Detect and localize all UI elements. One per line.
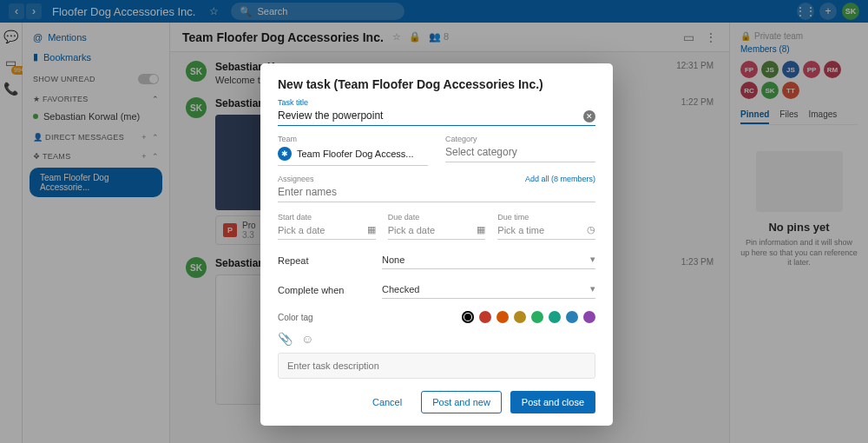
- clock-icon: ◷: [587, 224, 595, 235]
- task-title-input[interactable]: [278, 107, 595, 126]
- modal-title: New task (Team Floofer Dog Accessories I…: [278, 77, 595, 91]
- color-swatch[interactable]: [462, 311, 474, 323]
- chevron-down-icon: ▾: [590, 254, 595, 265]
- color-swatch[interactable]: [549, 311, 561, 323]
- color-tag-label: Color tag: [278, 313, 382, 322]
- due-time-label: Due time: [497, 213, 595, 222]
- repeat-label: Repeat: [278, 255, 382, 266]
- color-swatch[interactable]: [566, 311, 578, 323]
- color-swatch[interactable]: [531, 311, 543, 323]
- add-all-link[interactable]: Add all (8 members): [525, 175, 595, 183]
- start-date-label: Start date: [278, 213, 376, 222]
- description-input[interactable]: [278, 353, 595, 379]
- repeat-select[interactable]: None▾: [382, 252, 595, 269]
- color-swatch[interactable]: [583, 311, 595, 323]
- attach-icon[interactable]: 📎: [278, 332, 293, 346]
- category-input[interactable]: [445, 143, 595, 162]
- post-and-close-button[interactable]: Post and close: [510, 391, 595, 413]
- color-swatch[interactable]: [496, 311, 509, 323]
- category-label: Category: [445, 135, 595, 143]
- complete-when-select[interactable]: Checked▾: [382, 281, 595, 299]
- color-swatches: [462, 311, 595, 323]
- task-title-label: Task title: [278, 98, 595, 107]
- new-task-modal: New task (Team Floofer Dog Accessories I…: [260, 63, 613, 426]
- chevron-down-icon: ▾: [590, 283, 595, 294]
- complete-when-label: Complete when: [278, 285, 382, 295]
- team-selector[interactable]: ✱ Team Floofer Dog Access...: [278, 143, 428, 166]
- emoji-icon[interactable]: ☺: [301, 332, 313, 346]
- color-swatch[interactable]: [514, 311, 526, 323]
- assignees-label: Assignees: [278, 175, 314, 183]
- team-icon: ✱: [278, 147, 292, 161]
- start-date-input[interactable]: Pick a date▦: [278, 222, 376, 240]
- cancel-button[interactable]: Cancel: [362, 391, 412, 413]
- calendar-icon: ▦: [367, 224, 376, 235]
- assignees-input[interactable]: [278, 183, 595, 202]
- clear-icon[interactable]: ✕: [583, 110, 595, 122]
- due-date-input[interactable]: Pick a date▦: [388, 222, 486, 240]
- team-label: Team: [278, 135, 428, 143]
- calendar-icon: ▦: [477, 224, 485, 235]
- due-date-label: Due date: [388, 213, 486, 222]
- due-time-input[interactable]: Pick a time◷: [497, 222, 595, 240]
- post-and-new-button[interactable]: Post and new: [421, 391, 502, 413]
- color-swatch[interactable]: [479, 311, 491, 323]
